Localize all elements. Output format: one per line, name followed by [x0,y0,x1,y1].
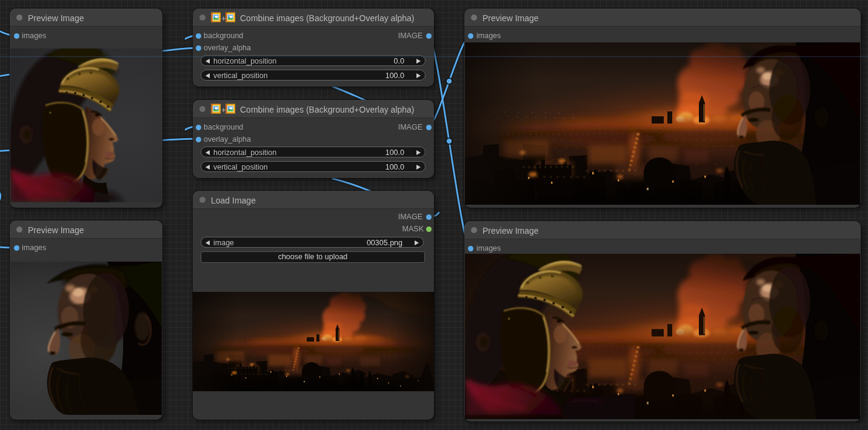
svg-text:+: + [221,14,226,23]
svg-text:+: + [221,105,226,114]
